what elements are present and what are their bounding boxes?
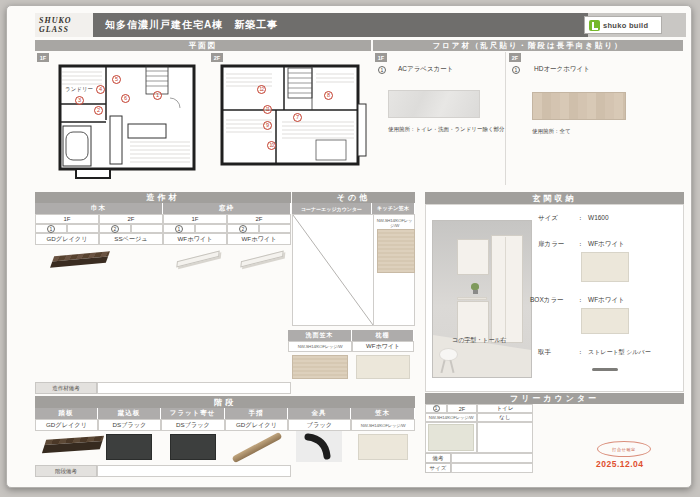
flooring-1f-badge: 1F <box>375 53 387 62</box>
circled-number: 1 <box>47 225 55 233</box>
usage-label: 使用箇所： <box>388 126 416 132</box>
plan-marker: 6 <box>121 94 130 103</box>
others-divider <box>373 215 374 325</box>
free-counter-size-field <box>451 463 533 473</box>
millwork-num-cell <box>67 224 99 233</box>
plan-marker: 10 <box>267 141 276 150</box>
entrance-storage-photo <box>432 220 532 378</box>
vanity-cap-swatch <box>292 355 348 379</box>
free-counter-title: フリーカウンター <box>425 393 684 404</box>
free-counter-size-label: サイズ <box>425 463 451 473</box>
entrance-storage-title: 玄関収納 <box>425 192 684 204</box>
cabinet-tall <box>491 235 523 343</box>
chair <box>439 348 458 361</box>
millwork-num-cell <box>195 224 227 233</box>
usage-label: 使用箇所： <box>532 128 560 134</box>
plan-marker: 8 <box>324 91 333 100</box>
millwork-group-windowframe: 窓枠 <box>163 203 291 214</box>
door-color-swatch <box>581 252 629 282</box>
stairs-col-header: 蹴込板 <box>98 408 161 419</box>
colon: ： <box>577 214 584 223</box>
stairs-col-header: 笠木 <box>351 408 415 419</box>
stairs-col-header: 手摺 <box>225 408 288 419</box>
circled-number: 1 <box>433 405 440 412</box>
floor-plan-1f: ランドリー 1 2 3 4 5 6 <box>48 58 208 183</box>
circled-number: 1 <box>512 66 520 74</box>
flooring-2f-badge: 2F <box>509 53 521 62</box>
handle-label: 取手 <box>538 348 551 357</box>
stamp-date: 2025.12.04 <box>596 459 644 469</box>
millwork-title: 造作材 <box>35 192 291 203</box>
others-kitchen-cap-header: キッチン笠木 <box>372 203 415 214</box>
stairs-title: 階段 <box>35 396 415 408</box>
plan-marker: 4 <box>96 85 105 94</box>
plan-marker: 7 <box>293 113 302 122</box>
stairs-col-value: NW-SH14/KOFレッジ/W <box>351 419 415 431</box>
box-color-value: WFホワイト <box>588 296 625 305</box>
vanity-cap-value: NW-SH14/KOFレッジ/W <box>288 341 352 352</box>
free-counter-option: なし <box>477 413 533 422</box>
cabinet-door-line <box>505 237 506 339</box>
door-color-value: WFホワイト <box>588 240 625 249</box>
plan-marker: 11 <box>263 105 272 114</box>
handle-icon <box>592 368 618 371</box>
cabinet-counter <box>457 297 487 300</box>
stairs-col-value: ブラック <box>288 419 351 431</box>
millwork-num-cell: 1 <box>35 224 67 233</box>
stairs-flat-trim-sample <box>170 434 216 460</box>
flooring-1f-swatch <box>388 90 480 118</box>
free-counter-empty-cell <box>477 422 533 453</box>
stairs-col-header: 金具 <box>288 408 351 419</box>
spec-sheet-page: SHUKO GLASS 知多信濃川戸建住宅A棟 新築工事 shuko build… <box>0 0 700 497</box>
millwork-material-name: WFホワイト <box>163 233 227 245</box>
plan-marker: 3 <box>75 96 84 105</box>
brand-label: shuko build <box>603 21 648 30</box>
millwork-floor-cell: 1F <box>163 214 227 224</box>
stairs-col-value: DSブラック <box>98 419 161 431</box>
pillow-shelf-swatch <box>356 355 410 379</box>
storage-shape-note: コの字型・トール右 <box>452 336 507 345</box>
circled-number: 2 <box>239 225 247 233</box>
free-counter-floor: 2F <box>447 404 477 413</box>
vanity-cap-header: 洗面笠木 <box>288 330 352 341</box>
stairs-col-value: DSブラック <box>161 419 225 431</box>
pillow-shelf-header: 枕棚 <box>352 330 414 341</box>
stairs-col-value: GDグレイクリ <box>225 419 288 431</box>
stairs-remarks-field <box>97 465 291 477</box>
free-counter-swatch-cell <box>425 422 477 453</box>
na-diagonal-line <box>293 215 373 325</box>
stairs-bracket-sample <box>296 431 342 462</box>
usage-value: 全て <box>560 128 571 134</box>
room-label-laundry: ランドリー <box>65 86 93 92</box>
logo-line2: GLASS <box>39 25 93 34</box>
free-counter-swatch <box>428 424 474 451</box>
cabinet-upper <box>457 239 489 275</box>
plan-marker: 9 <box>263 121 272 130</box>
millwork-floor-cell: 1F <box>35 214 99 224</box>
colon: ： <box>577 348 584 357</box>
free-counter-remarks-label: 備考 <box>425 453 451 463</box>
box-color-swatch <box>581 308 629 334</box>
millwork-num-cell: 1 <box>163 224 195 233</box>
millwork-num-cell <box>259 224 291 233</box>
millwork-material-name: SSベージュ <box>99 233 163 245</box>
flooring-1f-usage: 使用箇所：トイレ・洗面・ランドリー除く部分 <box>388 126 505 133</box>
shuko-build-badge: shuko build <box>584 16 662 34</box>
section-bar-floor-plan: 平面図 <box>35 40 371 51</box>
kitchen-cap-code: NW-SH14/KOFレッジ/W <box>374 218 415 228</box>
circled-number: 1 <box>378 66 386 74</box>
plant-decor <box>471 283 479 290</box>
floor-plan-1f-drawing: ランドリー <box>48 58 208 183</box>
box-color-label: BOXカラー <box>530 296 564 305</box>
section-bar-flooring: フロア材（乱尺貼り・階段は長手向き貼り） <box>373 40 683 51</box>
free-counter-num-cell: 1 <box>425 404 447 413</box>
flooring-divider <box>505 52 506 185</box>
free-counter-material: NW-SH14/KOFレッジ/W <box>425 413 477 422</box>
circled-number: 2 <box>111 225 119 233</box>
brand-icon <box>589 20 600 31</box>
flooring-2f-swatch <box>532 92 626 120</box>
free-counter-remarks-field <box>451 453 533 463</box>
floor-plan-2f: 7 8 9 10 11 12 <box>212 58 372 178</box>
size-label: サイズ <box>538 214 558 223</box>
size-value: W1600 <box>588 214 609 221</box>
